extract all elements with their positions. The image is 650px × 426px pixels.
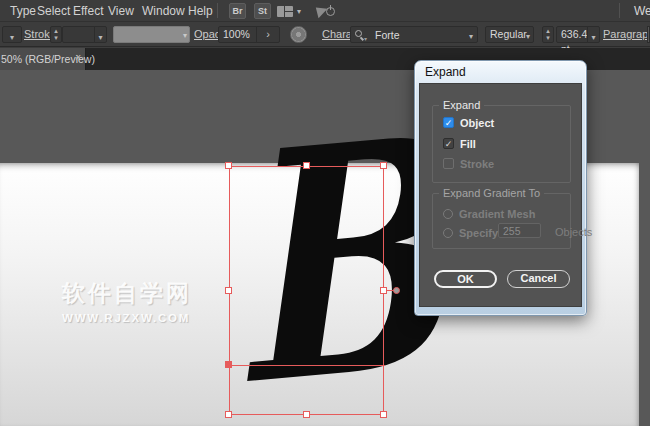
stroke-checkbox: [443, 158, 454, 169]
stepper-down-icon[interactable]: ▾: [543, 34, 553, 41]
selection-handle-middle-right[interactable]: [380, 287, 387, 294]
control-bar: ▾ Stroke: ▴ ▾ ▾ ▾ Opacity: 100% › Charac…: [0, 23, 650, 47]
selection-handle-top-left[interactable]: [225, 162, 232, 169]
ok-button[interactable]: OK: [434, 270, 497, 288]
menu-help[interactable]: Help: [188, 4, 213, 18]
selection-baseline: [229, 365, 385, 366]
dialog-titlebar[interactable]: Expand: [415, 61, 586, 83]
menu-window[interactable]: Window: [142, 4, 185, 18]
menu-type[interactable]: Type: [10, 4, 36, 18]
width-profile-dropdown[interactable]: ▾: [113, 26, 190, 43]
watermark-line2: WWW.RJZXW.COM: [62, 312, 192, 324]
menubar-divider-right: [619, 3, 620, 18]
fill-checkbox[interactable]: ✓: [443, 138, 454, 149]
font-style-select[interactable]: Regular▾: [485, 26, 534, 43]
menu-effect[interactable]: Effect: [73, 4, 103, 18]
cancel-button[interactable]: Cancel: [507, 270, 570, 288]
gradient-group-label: Expand Gradient To: [439, 187, 544, 199]
fill-checkbox-label: Fill: [460, 138, 476, 150]
font-size-dropdown[interactable]: ▾: [587, 26, 600, 43]
document-tab[interactable]: 50% (RGB/Preview) ×: [0, 48, 86, 70]
expand-options-group: Expand ✓ Object ✓ Fill Stroke: [432, 105, 571, 183]
opacity-flyout-button[interactable]: ›: [256, 26, 280, 43]
objects-suffix-label: Objects: [555, 226, 592, 238]
gradient-mesh-label: Gradient Mesh: [459, 208, 535, 220]
stepper-down-icon[interactable]: ▾: [51, 34, 61, 41]
selection-box[interactable]: [229, 166, 384, 415]
stroke-weight-value[interactable]: [62, 26, 95, 43]
illustrator-window: Type Select Effect View Window Help Br S…: [0, 0, 650, 426]
selection-handle-top-middle[interactable]: [303, 162, 310, 169]
font-search-icon[interactable]: [355, 30, 362, 37]
font-size-stepper[interactable]: ▴ ▾: [542, 26, 554, 43]
workspace-chevron-icon[interactable]: ▾: [297, 7, 301, 16]
selection-handle-bottom-middle[interactable]: [303, 411, 310, 418]
baseline-handle[interactable]: [225, 361, 232, 368]
selection-handle-bottom-left[interactable]: [225, 411, 232, 418]
stepper-up-icon[interactable]: ▴: [51, 27, 61, 34]
font-family-value: Forte: [375, 29, 400, 41]
object-checkbox-row[interactable]: ✓ Object: [443, 116, 494, 129]
specify-label: Specify:: [459, 227, 502, 239]
paragraph-label[interactable]: Paragraph:: [603, 28, 650, 40]
font-search-chevron-icon: ▾: [364, 35, 367, 42]
dialog-title: Expand: [425, 65, 466, 79]
stroke-checkbox-row: Stroke: [443, 157, 494, 170]
menu-bar: Type Select Effect View Window Help Br S…: [0, 0, 650, 22]
specify-radio-row: Specify: Objects: [443, 226, 572, 239]
font-family-select[interactable]: ▾ Forte ▾: [350, 26, 478, 43]
stroke-weight-dropdown[interactable]: ▾: [94, 26, 107, 43]
menubar-divider: [217, 3, 218, 18]
object-checkbox[interactable]: ✓: [443, 117, 454, 128]
selection-handle-bottom-right[interactable]: [380, 411, 387, 418]
stepper-up-icon[interactable]: ▴: [543, 27, 553, 34]
watermark: 软件自学网 WWW.RJZXW.COM: [62, 278, 192, 324]
bridge-button[interactable]: Br: [229, 3, 246, 19]
edge-dropdown-chevron[interactable]: ▾: [2, 26, 22, 43]
text-anchor-handle[interactable]: [393, 287, 400, 294]
gradient-mesh-radio: [443, 209, 453, 219]
stroke-checkbox-label: Stroke: [460, 158, 494, 170]
workspace-switcher-label[interactable]: We: [634, 4, 650, 18]
gradient-mesh-radio-row: Gradient Mesh: [443, 207, 535, 220]
object-checkbox-label: Object: [460, 117, 494, 129]
stock-button[interactable]: St: [254, 3, 271, 19]
tab-close-icon[interactable]: ×: [75, 53, 81, 63]
specify-input: [498, 223, 541, 238]
expand-group-label: Expand: [439, 99, 484, 111]
selection-handle-top-right[interactable]: [380, 162, 387, 169]
recolor-artwork-icon[interactable]: [290, 26, 307, 43]
specify-radio: [443, 228, 453, 238]
fill-checkbox-row[interactable]: ✓ Fill: [443, 137, 476, 150]
expand-dialog: Expand Expand ✓ Object ✓ Fill Stroke: [414, 60, 587, 316]
gradient-options-group: Expand Gradient To Gradient Mesh Specify…: [432, 193, 571, 249]
menu-view[interactable]: View: [108, 4, 134, 18]
dialog-content: Expand ✓ Object ✓ Fill Stroke Expand Gra…: [419, 83, 582, 307]
selection-handle-middle-left[interactable]: [225, 287, 232, 294]
watermark-line1: 软件自学网: [62, 278, 192, 309]
opacity-value[interactable]: 100%: [218, 26, 257, 43]
font-size-value[interactable]: 636.4 pt: [556, 26, 588, 43]
stroke-weight-stepper[interactable]: ▴ ▾: [50, 26, 62, 43]
font-family-chevron-icon[interactable]: ▾: [469, 32, 473, 41]
share-power-icon[interactable]: [317, 4, 335, 18]
workspace-layout-icon[interactable]: [277, 6, 293, 17]
menu-select[interactable]: Select: [37, 4, 70, 18]
